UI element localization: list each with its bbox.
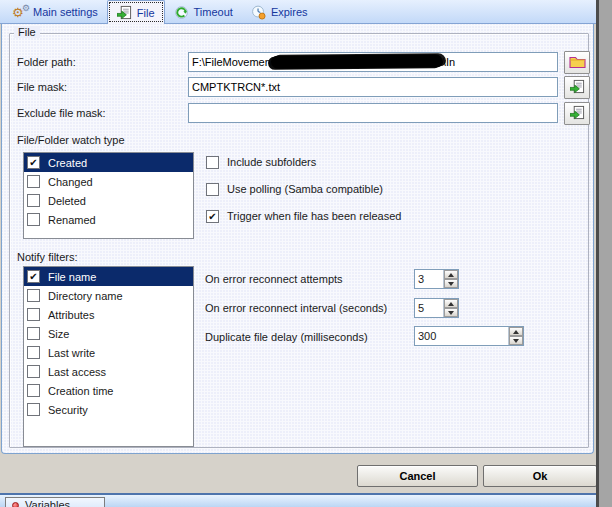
list-item-security[interactable]: Security xyxy=(24,400,193,419)
exclude-mask-input[interactable] xyxy=(188,103,558,123)
spinner-value: 5 xyxy=(415,299,443,317)
file-tab-page: File Folder path: F:\FileMovemen\In File… xyxy=(1,24,594,454)
folder-path-suffix: \In xyxy=(443,56,455,68)
spin-down-button[interactable] xyxy=(444,279,458,288)
checkbox-unchecked[interactable] xyxy=(206,183,219,196)
file-mask-input[interactable] xyxy=(188,77,558,97)
list-item-label: Security xyxy=(48,404,88,416)
list-item-file-name[interactable]: ✔File name xyxy=(24,267,193,286)
list-item-creation-time[interactable]: Creation time xyxy=(24,381,193,400)
list-item-label: Created xyxy=(48,157,87,169)
tab-main-settings[interactable]: ⚙ Main settings xyxy=(3,1,107,23)
notify-filters-label: Notify filters: xyxy=(17,251,78,263)
list-item-label: File name xyxy=(48,271,96,283)
checkbox-unchecked[interactable] xyxy=(27,346,40,359)
watch-options: Include subfoldersUse polling (Samba com… xyxy=(206,154,401,235)
list-item-label: Deleted xyxy=(48,195,86,207)
watch-type-label: File/Folder watch type xyxy=(17,134,125,146)
list-item-label: Last write xyxy=(48,347,95,359)
option-trigger-when-file-has-been-released[interactable]: ✔Trigger when file has been released xyxy=(206,208,401,224)
checkbox-unchecked[interactable] xyxy=(27,213,40,226)
option-include-subfolders[interactable]: Include subfolders xyxy=(206,154,401,170)
tab-label: Expires xyxy=(271,6,308,18)
reconnect-interval-spinner[interactable]: 5 xyxy=(414,298,459,318)
cancel-button[interactable]: Cancel xyxy=(357,465,478,487)
spinner-buttons xyxy=(443,270,458,288)
reconnect-attempts-label: On error reconnect attempts xyxy=(205,273,343,285)
checkbox-unchecked[interactable] xyxy=(27,327,40,340)
list-item-attributes[interactable]: Attributes xyxy=(24,305,193,324)
list-item-label: Creation time xyxy=(48,385,113,397)
spin-up-button[interactable] xyxy=(444,270,458,279)
reconnect-attempts-spinner[interactable]: 3 xyxy=(414,269,459,289)
list-item-deleted[interactable]: Deleted xyxy=(24,191,193,210)
checkbox-checked[interactable]: ✔ xyxy=(27,270,40,283)
folder-path-prefix: F:\FileMovemen xyxy=(192,56,271,68)
browse-folder-button[interactable] xyxy=(564,51,590,74)
tab-strip: ⚙ Main settings File xyxy=(0,0,596,24)
file-arrow-icon xyxy=(117,5,132,20)
tab-timeout[interactable]: Timeout xyxy=(165,1,242,23)
tab-expires[interactable]: Expires xyxy=(242,1,317,23)
checkbox-unchecked[interactable] xyxy=(27,308,40,321)
duplicate-delay-label: Duplicate file delay (milliseconds) xyxy=(205,331,368,343)
groupbox-legend: File xyxy=(14,26,40,38)
list-item-created[interactable]: ✔Created xyxy=(24,153,193,172)
gears-icon: ⚙ xyxy=(12,5,28,20)
tab-label: Main settings xyxy=(33,6,98,18)
option-use-polling-samba-compatible-[interactable]: Use polling (Samba compatible) xyxy=(206,181,401,197)
list-item-last-access[interactable]: Last access xyxy=(24,362,193,381)
down-arrow-icon xyxy=(448,311,454,315)
variables-icon xyxy=(12,502,19,507)
checkbox-unchecked[interactable] xyxy=(27,175,40,188)
list-item-changed[interactable]: Changed xyxy=(24,172,193,191)
redaction-blob xyxy=(271,54,443,69)
tab-label: Timeout xyxy=(194,6,233,18)
watch-type-listbox[interactable]: ✔CreatedChangedDeletedRenamed xyxy=(23,152,194,239)
folder-path-label: Folder path: xyxy=(17,56,76,68)
checkbox-unchecked[interactable] xyxy=(27,289,40,302)
file-mask-label: File mask: xyxy=(17,81,67,93)
up-arrow-icon xyxy=(448,302,454,306)
exclude-mask-edit-button[interactable] xyxy=(564,102,590,125)
expires-icon xyxy=(251,5,266,20)
spin-up-button[interactable] xyxy=(444,299,458,308)
up-arrow-icon xyxy=(513,330,519,334)
list-item-label: Attributes xyxy=(48,309,94,321)
list-item-size[interactable]: Size xyxy=(24,324,193,343)
up-arrow-icon xyxy=(448,273,454,277)
ok-button[interactable]: Ok xyxy=(483,465,597,487)
list-item-label: Size xyxy=(48,328,69,340)
spinner-value: 300 xyxy=(415,327,508,345)
spinner-buttons xyxy=(508,327,523,345)
spin-up-button[interactable] xyxy=(509,327,523,336)
spinner-buttons xyxy=(443,299,458,317)
reconnect-interval-label: On error reconnect interval (seconds) xyxy=(205,302,387,314)
list-item-label: Renamed xyxy=(48,214,96,226)
tab-file[interactable]: File xyxy=(107,0,165,24)
list-item-label: Directory name xyxy=(48,290,123,302)
spinner-value: 3 xyxy=(415,270,443,288)
spin-down-button[interactable] xyxy=(509,336,523,345)
checkbox-unchecked[interactable] xyxy=(27,365,40,378)
notify-filters-listbox[interactable]: ✔File nameDirectory nameAttributesSizeLa… xyxy=(23,266,194,447)
timeout-icon xyxy=(174,5,189,20)
list-item-renamed[interactable]: Renamed xyxy=(24,210,193,229)
folder-path-input[interactable]: F:\FileMovemen\In xyxy=(188,52,558,72)
checkbox-unchecked[interactable] xyxy=(206,156,219,169)
tab-label: File xyxy=(137,7,155,19)
duplicate-delay-spinner[interactable]: 300 xyxy=(414,326,524,346)
checkbox-checked[interactable]: ✔ xyxy=(206,210,219,223)
file-mask-edit-button[interactable] xyxy=(564,76,590,99)
tab-variables[interactable]: Variables xyxy=(5,497,105,507)
checkbox-unchecked[interactable] xyxy=(27,384,40,397)
list-item-directory-name[interactable]: Directory name xyxy=(24,286,193,305)
window-background xyxy=(599,0,612,507)
checkbox-unchecked[interactable] xyxy=(27,194,40,207)
checkbox-unchecked[interactable] xyxy=(27,403,40,416)
down-arrow-icon xyxy=(513,339,519,343)
checkbox-checked[interactable]: ✔ xyxy=(27,156,40,169)
list-item-last-write[interactable]: Last write xyxy=(24,343,193,362)
spin-down-button[interactable] xyxy=(444,308,458,317)
list-item-label: Last access xyxy=(48,366,106,378)
